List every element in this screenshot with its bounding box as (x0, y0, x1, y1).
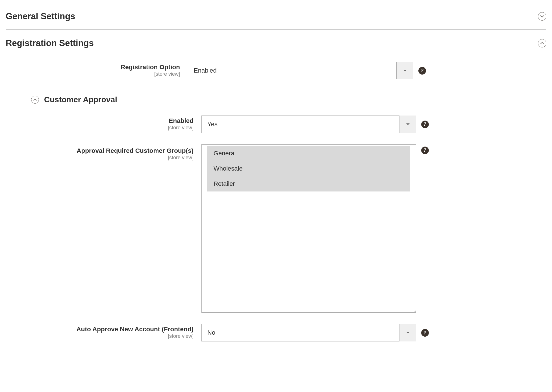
section-general-settings: General Settings (6, 6, 546, 32)
multiselect-customer-groups[interactable]: General Wholesale Retailer (201, 144, 416, 313)
select-registration-option[interactable] (188, 62, 413, 79)
multiselect-option-wholesale[interactable]: Wholesale (207, 161, 410, 176)
divider (51, 349, 541, 349)
input-col: General Wholesale Retailer ? (201, 144, 429, 313)
section-registration-settings: Registration Settings Registration Optio… (6, 32, 546, 352)
field-label: Enabled (6, 117, 194, 125)
select-enabled-wrap (201, 116, 416, 133)
help-icon[interactable]: ? (418, 67, 426, 75)
subsection-title: Customer Approval (44, 95, 117, 104)
help-icon[interactable]: ? (421, 121, 429, 128)
field-auto-approve: Auto Approve New Account (Frontend) [sto… (6, 324, 546, 341)
field-enabled: Enabled [store view] ? (6, 116, 546, 133)
chevron-up-icon (31, 96, 39, 104)
chevron-up-icon (538, 39, 546, 47)
field-scope: [store view] (6, 125, 194, 131)
subsection-header-customer-approval[interactable]: Customer Approval (6, 87, 546, 116)
select-enabled[interactable] (201, 116, 416, 133)
section-title-registration: Registration Settings (6, 38, 94, 48)
input-col: ? (201, 324, 429, 341)
field-scope: [store view] (6, 333, 194, 339)
multiselect-option-general[interactable]: General (207, 146, 410, 161)
input-col: ? (188, 62, 426, 79)
subsection-customer-approval: Customer Approval Enabled [store view] ? (6, 87, 546, 349)
chevron-down-icon (538, 12, 546, 21)
select-auto-approve[interactable] (201, 324, 416, 341)
field-label: Approval Required Customer Group(s) (6, 147, 194, 154)
select-auto-approve-wrap (201, 324, 416, 341)
select-registration-option-wrap (188, 62, 413, 79)
input-col: ? (201, 116, 429, 133)
field-label: Registration Option (6, 64, 180, 71)
label-col: Registration Option [store view] (6, 62, 188, 77)
label-col: Approval Required Customer Group(s) [sto… (6, 144, 201, 161)
label-col: Enabled [store view] (6, 116, 201, 131)
field-scope: [store view] (6, 155, 194, 161)
label-col: Auto Approve New Account (Frontend) [sto… (6, 324, 201, 339)
help-icon[interactable]: ? (421, 329, 429, 337)
multiselect-option-retailer[interactable]: Retailer (207, 176, 410, 191)
divider (6, 29, 546, 30)
field-registration-option: Registration Option [store view] ? (6, 62, 546, 79)
field-approval-required-groups: Approval Required Customer Group(s) [sto… (6, 144, 546, 313)
field-scope: [store view] (6, 71, 180, 77)
section-header-general[interactable]: General Settings (6, 11, 546, 29)
section-header-registration[interactable]: Registration Settings (6, 38, 546, 56)
field-label: Auto Approve New Account (Frontend) (6, 326, 194, 333)
help-icon[interactable]: ? (421, 147, 429, 154)
section-title-general: General Settings (6, 11, 75, 21)
